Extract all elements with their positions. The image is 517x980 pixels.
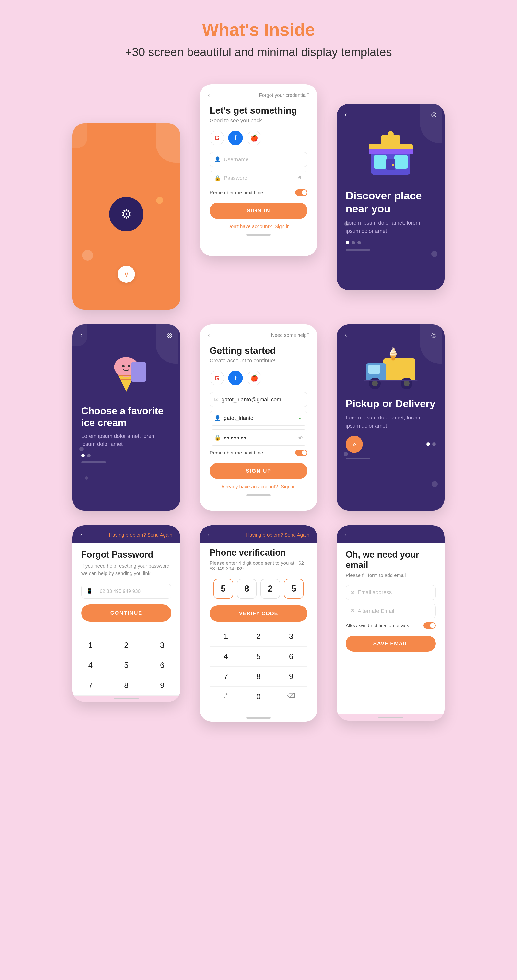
key-5[interactable]: 5 [108, 655, 144, 676]
email-address-field[interactable]: ✉ Email address [346, 585, 436, 600]
dot-2 [87, 454, 90, 457]
phone-input[interactable]: 📱 + 62 83 495 949 930 [81, 584, 171, 598]
apple-signup-button[interactable]: 🍎 [247, 371, 262, 385]
having-problem-text: Having problem? Send Again [246, 532, 309, 538]
facebook-signup-button[interactable]: f [228, 371, 243, 385]
next-button[interactable]: » [346, 436, 363, 453]
back-icon[interactable]: ‹ [345, 532, 346, 538]
key-6[interactable]: 6 [275, 647, 308, 667]
username-placeholder: Username [224, 156, 303, 163]
remember-toggle[interactable] [295, 189, 308, 196]
verification-code: 5 8 2 5 [209, 579, 308, 598]
icecream-onboard-screen: ‹ ◎ [73, 325, 180, 511]
google-login-button[interactable]: G [209, 130, 224, 145]
truck-svg: 🍦 [361, 344, 420, 390]
facebook-login-button[interactable]: f [228, 130, 243, 145]
delivery-desc: Lorem ipsum dolor amet, lorem ipsum dolo… [346, 414, 436, 430]
remember-toggle[interactable] [295, 450, 308, 456]
numpad-partial: 1 2 3 4 5 6 7 8 9 [73, 635, 180, 695]
eye-icon[interactable]: 👁 [298, 175, 303, 181]
google-signup-button[interactable]: G [209, 371, 224, 385]
back-icon[interactable]: ‹ [80, 532, 82, 538]
digit-4[interactable]: 5 [284, 579, 303, 598]
signup-subtitle: Create account to continue! [209, 358, 308, 364]
key-0[interactable]: 0 [242, 687, 274, 707]
back-icon[interactable]: ‹ [208, 91, 210, 99]
email-field[interactable]: ✉ gatot_irianto@gmail.com [209, 392, 308, 407]
splash-screen: ⚙ ∨ [73, 124, 180, 310]
digit-2[interactable]: 8 [237, 579, 257, 598]
alt-email-field[interactable]: ✉ Alternate Email [346, 604, 436, 618]
email-value: gatot_irianto@gmail.com [222, 396, 303, 403]
signup-title: Getting started [209, 345, 308, 356]
digit-1[interactable]: 5 [214, 579, 233, 598]
notification-row: Allow send notification or ads [346, 622, 436, 629]
key-1[interactable]: 1 [209, 627, 242, 647]
delivery-topbar: ‹ ◎ [337, 325, 444, 339]
digit-3[interactable]: 2 [260, 579, 280, 598]
svg-point-7 [388, 131, 393, 137]
forgot-password-screen: ‹ Having problem? Send Again Forgot Pass… [73, 525, 180, 702]
key-2[interactable]: 2 [242, 627, 274, 647]
eye-icon[interactable]: 👁 [298, 435, 303, 441]
svg-rect-4 [394, 155, 408, 169]
key-3[interactable]: 3 [275, 627, 308, 647]
back-icon[interactable]: ‹ [345, 331, 347, 339]
google-icon: G [214, 134, 219, 142]
sign-in-button[interactable]: SIGN IN [209, 203, 308, 219]
key-9[interactable]: 9 [275, 667, 308, 687]
sign-up-button[interactable]: SIGN UP [209, 463, 308, 479]
signup-link: Don't have account? Sign in [209, 224, 308, 229]
onboard-desc: Lorem ipsum dolor amet, lorem ipsum dolo… [346, 219, 436, 235]
back-icon[interactable]: ‹ [208, 532, 209, 538]
email-topbar: ‹ [337, 525, 444, 542]
key-5[interactable]: 5 [242, 647, 274, 667]
key-4[interactable]: 4 [73, 655, 108, 676]
key-4[interactable]: 4 [209, 647, 242, 667]
key-9[interactable]: 9 [144, 676, 180, 695]
key-3[interactable]: 3 [144, 635, 180, 655]
key-star[interactable]: .* [209, 687, 242, 707]
password-field[interactable]: 🔒 Password 👁 [209, 171, 308, 186]
phone-icon: 📱 [86, 588, 92, 594]
key-2[interactable]: 2 [108, 635, 144, 655]
email-title: Oh, we need your email [346, 549, 436, 570]
forgot-credential-text: Forgot your credential? [259, 92, 309, 98]
key-6[interactable]: 6 [144, 655, 180, 676]
settings-icon[interactable]: ◎ [431, 331, 437, 339]
forgot-desc: If you need help resetting your password… [81, 562, 171, 577]
key-8[interactable]: 8 [108, 676, 144, 695]
back-icon[interactable]: ‹ [345, 111, 347, 118]
login-subtitle: Good to see you back. [209, 117, 308, 124]
verify-button[interactable]: VERIFY CODE [209, 605, 308, 622]
save-email-button[interactable]: SAVE EMAIL [346, 636, 436, 652]
send-again-link[interactable]: Send Again [284, 532, 309, 538]
apple-login-button[interactable]: 🍎 [247, 130, 262, 145]
notification-toggle[interactable] [423, 622, 436, 629]
key-8[interactable]: 8 [242, 667, 274, 687]
password-field[interactable]: 🔒 ••••••• 👁 [209, 430, 308, 445]
key-7[interactable]: 7 [73, 676, 108, 695]
back-icon[interactable]: ‹ [208, 331, 210, 339]
settings-icon[interactable]: ◎ [167, 331, 172, 339]
lock-icon: 🔒 [214, 175, 221, 181]
svg-rect-16 [131, 362, 146, 382]
key-backspace[interactable]: ⌫ [275, 687, 308, 707]
signin-link: Already have an account? Sign in [209, 484, 308, 490]
key-7[interactable]: 7 [209, 667, 242, 687]
svg-rect-3 [374, 155, 387, 169]
sign-in-link[interactable]: Sign in [274, 224, 290, 229]
icecream-desc: Lorem ipsum dolor amet, lorem ipsum dolo… [81, 432, 171, 448]
sign-in-link[interactable]: Sign in [281, 484, 296, 489]
continue-button[interactable]: CONTINUE [81, 605, 171, 622]
check-icon: ✓ [298, 415, 303, 422]
username-field[interactable]: 👤 Username [209, 152, 308, 167]
back-icon[interactable]: ‹ [80, 331, 82, 339]
username-field[interactable]: 👤 gatot_irianto ✓ [209, 411, 308, 426]
forgot-topbar: ‹ Having problem? Send Again [73, 525, 180, 542]
password-dots: ••••••• [224, 434, 295, 441]
settings-icon[interactable]: ◎ [431, 111, 437, 118]
key-1[interactable]: 1 [73, 635, 108, 655]
splash-down-button[interactable]: ∨ [118, 266, 135, 283]
send-again-link[interactable]: Send Again [147, 532, 172, 538]
